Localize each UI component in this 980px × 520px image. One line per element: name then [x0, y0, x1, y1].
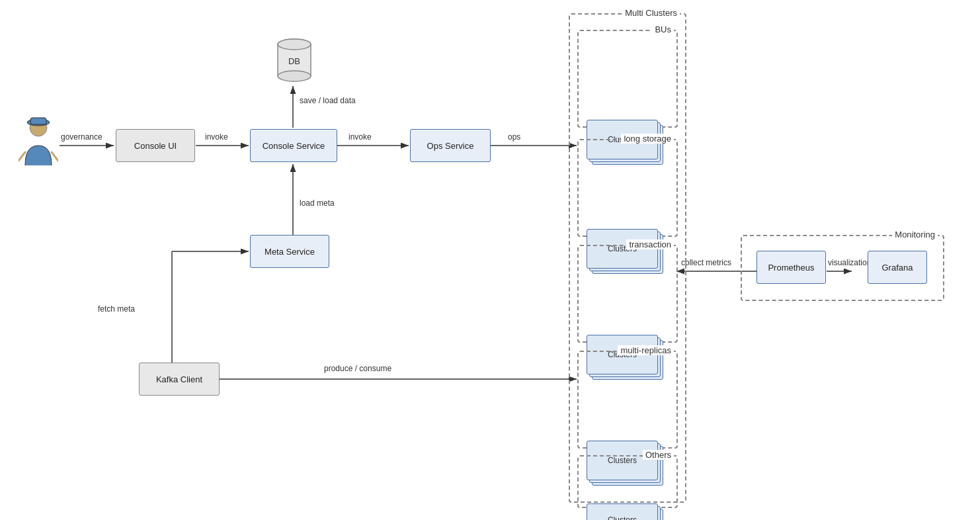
invoke2-label: invoke	[348, 132, 372, 142]
grafana-label: Grafana	[882, 263, 913, 273]
produce-consume-label: produce / consume	[324, 364, 391, 373]
kafka-client-node: Kafka Client	[139, 363, 220, 396]
prometheus-label: Prometheus	[768, 263, 814, 273]
console-service-label: Console Service	[263, 141, 325, 151]
db-icon: DB	[274, 36, 314, 86]
svg-point-20	[278, 71, 311, 81]
others-title: Others	[643, 450, 674, 460]
ops-service-label: Ops Service	[427, 141, 474, 151]
prometheus-node: Prometheus	[756, 251, 826, 284]
multi-clusters-title: Multi Clusters	[622, 8, 680, 18]
bus-title: BUs	[652, 24, 674, 34]
transaction-group: transaction Clusters Clusters Clusters	[577, 245, 678, 343]
long-storage-group: long storage Clusters Clusters Clusters	[577, 139, 678, 237]
kafka-client-label: Kafka Client	[156, 374, 202, 384]
person-icon	[19, 116, 58, 169]
console-ui-label: Console UI	[134, 141, 177, 151]
svg-rect-15	[30, 118, 46, 124]
others-group: Others Clusters Clusters Clusters	[577, 455, 678, 508]
monitoring-box: Monitoring Prometheus Grafana	[741, 235, 944, 301]
console-ui-node: Console UI	[116, 129, 195, 162]
architecture-diagram: DB Console UI Console Service Ops Servic…	[0, 0, 980, 520]
collect-metrics-label: collect metrics	[681, 258, 731, 267]
grafana-node: Grafana	[868, 251, 927, 284]
console-service-node: Console Service	[250, 129, 337, 162]
invoke1-label: invoke	[205, 132, 228, 142]
svg-text:DB: DB	[288, 56, 300, 66]
load-meta-label: load meta	[300, 198, 335, 208]
meta-service-label: Meta Service	[265, 247, 315, 257]
meta-service-node: Meta Service	[250, 235, 329, 268]
svg-line-17	[52, 152, 58, 161]
svg-point-21	[278, 39, 311, 50]
ops-label: ops	[508, 132, 520, 142]
multi-replicas-title: multi-replicas	[618, 345, 674, 355]
bus-group: BUs Clusters Clusters Clusters	[577, 30, 678, 128]
governance-label: governance	[61, 132, 102, 142]
save-load-label: save / load data	[300, 96, 356, 105]
transaction-title: transaction	[626, 239, 674, 249]
ops-service-node: Ops Service	[410, 129, 491, 162]
svg-line-16	[19, 152, 25, 161]
multi-replicas-group: multi-replicas Clusters Clusters Cluster…	[577, 351, 678, 449]
long-storage-title: long storage	[621, 134, 674, 144]
monitoring-title: Monitoring	[892, 230, 938, 239]
fetch-meta-label: fetch meta	[98, 304, 135, 314]
